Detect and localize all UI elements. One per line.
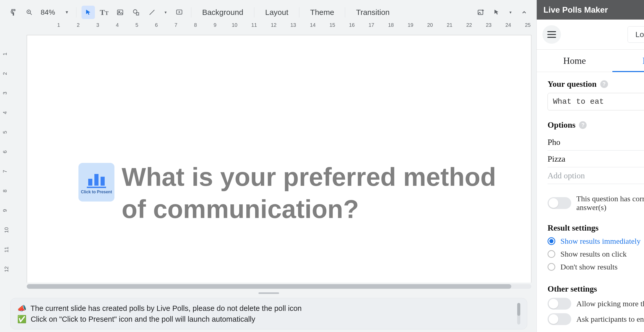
ruler-h-number: 2 [77, 22, 79, 28]
ruler-h-number: 18 [388, 22, 394, 28]
zoom-dropdown[interactable]: 84% ▼ [39, 6, 71, 19]
collapse-toolbar-button[interactable] [517, 6, 531, 19]
notice-scrollbar-thumb[interactable] [517, 303, 520, 316]
ruler-h-number: 23 [486, 22, 491, 28]
help-icon[interactable]: ? [600, 80, 608, 88]
options-label: Options ? [548, 120, 644, 130]
svg-rect-7 [94, 174, 99, 186]
ruler-v-number: 3 [2, 92, 8, 94]
shape-tool-button[interactable] [129, 6, 143, 19]
ruler-h-number: 14 [310, 22, 316, 28]
separator [191, 7, 191, 18]
insert-image-plus-button[interactable] [474, 6, 488, 19]
mask-image-button[interactable] [490, 6, 504, 19]
svg-rect-9 [87, 187, 106, 188]
slide[interactable]: Click to Present What is your preferred … [27, 35, 531, 283]
ask-names-toggle[interactable] [548, 313, 571, 325]
horizontal-scrollbar[interactable] [27, 284, 531, 289]
result-radio-none[interactable]: Don't show results [548, 263, 644, 271]
svg-rect-8 [101, 177, 105, 186]
paint-format-button[interactable] [7, 6, 20, 19]
ruler-h-number: 3 [96, 22, 99, 28]
zoom-icon-button[interactable] [23, 6, 36, 19]
ruler-h-number: 17 [369, 22, 374, 28]
ruler-v-number: 9 [2, 209, 8, 212]
ruler-v-number: 10 [4, 227, 10, 233]
notice-panel: 📣 The current slide has created polls by… [10, 298, 527, 329]
result-radio-immediate[interactable]: Show results immediately [548, 237, 644, 246]
ruler-h-number: 13 [290, 22, 296, 28]
ruler-v-number: 11 [4, 247, 10, 252]
option-row [548, 134, 644, 151]
notice-scrollbar[interactable] [517, 303, 520, 325]
separator [76, 7, 76, 18]
zoom-value: 84% [41, 8, 55, 16]
scrollbar-thumb[interactable] [27, 284, 511, 289]
theme-button[interactable]: Theme [305, 6, 340, 19]
poll-present-icon[interactable]: Click to Present [78, 163, 114, 202]
multi-pick-toggle[interactable] [548, 298, 571, 310]
image-tool-button[interactable] [113, 6, 127, 19]
tab-edit[interactable]: Edit [612, 50, 644, 72]
login-button[interactable]: Login Now [628, 26, 644, 43]
question-input[interactable]: What to eat [548, 93, 644, 110]
other-settings-label: Other settings [548, 284, 644, 294]
notice-content: 📣 The current slide has created polls by… [17, 303, 514, 325]
check-emoji: ✅ [17, 315, 26, 323]
ruler-h-number: 9 [213, 22, 216, 28]
svg-rect-4 [176, 10, 182, 14]
background-button[interactable]: Background [196, 6, 249, 19]
toolbar: 84% ▼ TT ▼ Background Layout Theme [1, 4, 536, 22]
select-tool-button[interactable] [82, 6, 95, 19]
ruler-h-number: 8 [194, 22, 197, 28]
ruler-v-number: 7 [2, 170, 8, 173]
panel-resize-handle[interactable] [258, 292, 279, 294]
comment-button[interactable] [173, 6, 186, 19]
help-icon[interactable]: ? [579, 121, 587, 129]
ruler-h-number: 21 [447, 22, 452, 28]
poll-icon-caption: Click to Present [81, 190, 112, 194]
separator [345, 7, 345, 18]
ruler-v-number: 8 [2, 189, 8, 192]
notice-line-2: Click on "Click to Present" icon and the… [31, 315, 255, 323]
layout-button[interactable]: Layout [260, 6, 294, 19]
question-label: Your question ? [548, 79, 644, 89]
svg-rect-6 [88, 179, 92, 186]
text-tool-button[interactable]: TT [97, 6, 111, 19]
svg-point-3 [133, 10, 137, 13]
transition-button[interactable]: Transition [350, 6, 395, 19]
ruler-h-number: 10 [232, 22, 237, 28]
add-option-input[interactable] [548, 171, 644, 180]
ruler-h-number: 5 [135, 22, 138, 28]
ruler-v-number: 2 [2, 72, 8, 75]
result-radio-onclick[interactable]: Show results on click [548, 250, 644, 258]
notice-line-1: The current slide has created polls by L… [31, 304, 302, 312]
slide-title[interactable]: What is your preferred method of communi… [122, 161, 516, 225]
option-input[interactable] [548, 154, 644, 164]
ruler-v-number: 12 [4, 266, 10, 272]
chevron-down-icon: ▼ [65, 10, 69, 15]
ruler-h-number: 16 [349, 22, 355, 28]
ruler-h-number: 4 [116, 22, 119, 28]
svg-point-2 [119, 11, 120, 12]
line-tool-button[interactable] [145, 6, 159, 19]
tab-home[interactable]: Home [537, 50, 612, 72]
svg-rect-1 [117, 10, 123, 15]
mask-dropdown[interactable]: ▼ [506, 6, 515, 19]
ruler-v-number: 1 [2, 53, 8, 55]
option-input[interactable] [548, 137, 644, 147]
ask-names-label: Ask participants to enter their na [576, 315, 644, 324]
ruler-v-number: 5 [2, 131, 8, 134]
line-tool-dropdown[interactable]: ▼ [161, 6, 170, 19]
correct-answer-toggle[interactable] [548, 197, 571, 209]
result-settings-label: Result settings [548, 223, 644, 233]
megaphone-emoji: 📣 [17, 304, 26, 312]
canvas-area[interactable]: Click to Present What is your preferred … [12, 30, 536, 283]
menu-icon[interactable] [542, 25, 561, 44]
ruler-v-number: 6 [2, 150, 8, 153]
ruler-h-number: 24 [505, 22, 511, 28]
svg-rect-5 [478, 10, 483, 15]
ruler-v-number: 4 [2, 111, 8, 114]
ruler-h-number: 7 [174, 22, 177, 28]
editor-area: 84% ▼ TT ▼ Background Layout Theme [1, 2, 536, 332]
